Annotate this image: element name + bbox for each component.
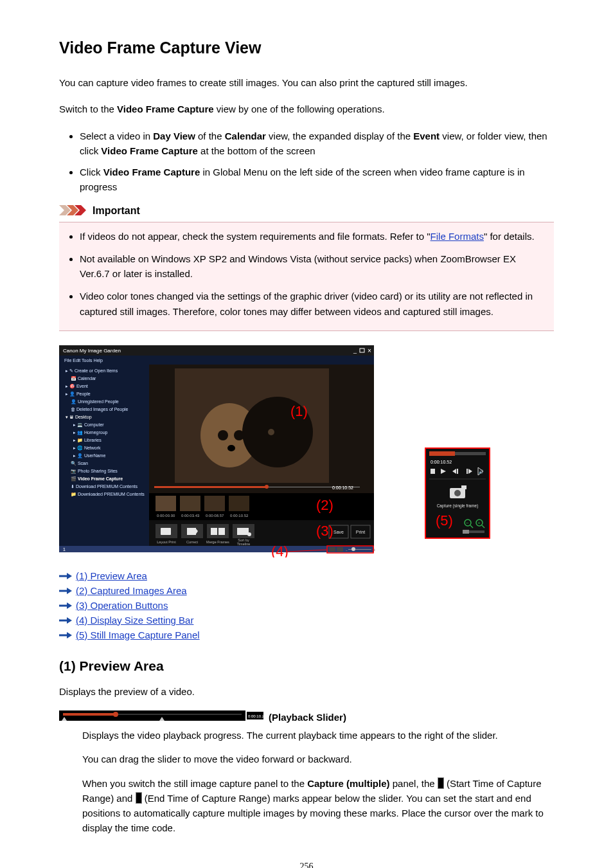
svg-text:File    Edit    Tools    Help: File Edit Tools Help [64, 358, 103, 363]
svg-text:(4): (4) [271, 543, 289, 557]
svg-text:Merge Frames: Merge Frames [206, 540, 229, 544]
svg-rect-64 [187, 528, 196, 535]
list-item: (3) Operation Buttons [59, 600, 554, 611]
svg-rect-91 [457, 469, 458, 474]
svg-text:📅 Calendar: 📅 Calendar [71, 375, 96, 381]
list-item: Select a video in Day View of the Calend… [80, 129, 554, 159]
app-screenshot: Canon My Image Garden _ × File Edit Tool… [59, 345, 554, 557]
end-range-mark-icon [136, 792, 142, 804]
svg-rect-63 [161, 528, 171, 535]
svg-text:🔊: 🔊 [479, 469, 484, 475]
svg-rect-56 [207, 524, 229, 538]
svg-point-41 [265, 485, 269, 489]
section-anchor-list: (1) Preview Area (2) Captured Images Are… [59, 570, 554, 640]
svg-text:(2): (2) [316, 497, 333, 513]
svg-text:Timeline: Timeline [237, 542, 251, 546]
playback-slider-label: (Playback Slider) [269, 712, 346, 723]
list-item: If videos do not appear, check the syste… [80, 229, 545, 244]
svg-rect-75 [337, 547, 343, 552]
svg-point-34 [218, 430, 228, 440]
svg-text:Save: Save [333, 530, 344, 534]
svg-text:Layout Print: Layout Print [157, 540, 176, 544]
svg-text:▸ 👥 Homegroup: ▸ 👥 Homegroup [73, 429, 108, 435]
svg-text:0:00:08.57: 0:00:08.57 [206, 514, 224, 518]
svg-rect-74 [329, 547, 335, 552]
svg-text:0:00:10.52: 0:00:10.52 [332, 485, 353, 490]
anchor-preview-area[interactable]: (1) Preview Area [76, 570, 147, 581]
svg-text:▾ 🖥 Desktop: ▾ 🖥 Desktop [66, 415, 92, 420]
svg-rect-47 [229, 496, 249, 511]
anchor-display-size-setting-bar[interactable]: (4) Display Size Setting Bar [76, 615, 193, 626]
svg-rect-66 [218, 528, 225, 535]
svg-text:📷 Photo Sharing Sites: 📷 Photo Sharing Sites [71, 468, 118, 474]
svg-point-35 [234, 430, 244, 440]
svg-text:⬇ Download PREMIUM Contents: ⬇ Download PREMIUM Contents [71, 484, 138, 489]
svg-rect-122 [63, 713, 116, 716]
svg-text:▸ 📁 Libraries: ▸ 📁 Libraries [73, 437, 102, 443]
svg-text:0:00:00.00: 0:00:00.00 [157, 514, 175, 518]
list-item: Not available on Windows XP SP2 and Wind… [80, 251, 545, 282]
svg-point-98 [454, 490, 461, 496]
arrow-right-icon [59, 630, 72, 639]
svg-point-36 [227, 445, 235, 451]
svg-marker-117 [67, 617, 72, 624]
page-title: Video Frame Capture View [59, 39, 554, 57]
app-title: Canon My Image Garden [63, 348, 121, 354]
arrow-right-icon [59, 586, 72, 595]
svg-text:(3): (3) [316, 523, 333, 539]
svg-text:-: - [346, 547, 348, 553]
intro-paragraph-2: Switch to the Video Frame Capture view b… [59, 102, 554, 116]
svg-text:0:00:10.52: 0:00:10.52 [230, 514, 249, 518]
svg-rect-92 [466, 469, 468, 474]
svg-text:▸ 💻 Computer: ▸ 💻 Computer [73, 422, 104, 428]
svg-rect-86 [429, 451, 455, 456]
svg-text:🗑 Deleted Images of People: 🗑 Deleted Images of People [71, 407, 129, 412]
svg-rect-65 [211, 528, 217, 535]
svg-text:▸ 👤 People: ▸ 👤 People [66, 391, 91, 397]
svg-text:+: + [477, 520, 481, 526]
svg-text:▸ 👤 UserName: ▸ 👤 UserName [73, 453, 105, 458]
svg-rect-109 [463, 530, 469, 534]
arrow-right-icon [59, 615, 72, 624]
important-box: If videos do not appear, check the syste… [59, 222, 554, 331]
svg-text:▸ 🌐 Network: ▸ 🌐 Network [73, 445, 101, 451]
file-formats-link[interactable]: File Formats [431, 231, 484, 242]
svg-text:_: _ [353, 347, 357, 354]
section-1-title: (1) Preview Area [59, 658, 554, 674]
anchor-operation-buttons[interactable]: (3) Operation Buttons [76, 600, 168, 611]
svg-rect-67 [237, 528, 249, 535]
svg-marker-115 [67, 602, 72, 609]
svg-text:Capture (single frame): Capture (single frame) [437, 503, 479, 509]
svg-point-37 [268, 429, 274, 435]
svg-text:🎬 Video Frame Capture: 🎬 Video Frame Capture [71, 476, 123, 482]
svg-marker-113 [67, 588, 72, 594]
list-item: Click Video Frame Capture in Global Menu… [80, 165, 554, 195]
list-item: Video color tones changed via the settin… [80, 289, 545, 319]
svg-text:−: − [466, 520, 469, 526]
svg-text:👤 Unregistered People: 👤 Unregistered People [71, 399, 119, 404]
operation-list: Select a video in Day View of the Calend… [59, 129, 554, 195]
svg-text:×: × [368, 347, 371, 354]
svg-text:(5): (5) [436, 512, 453, 529]
svg-text:0:00:10.52: 0:00:10.52 [431, 460, 452, 464]
intro-paragraph-1: You can capture video frames to create s… [59, 75, 554, 90]
list-item: (4) Display Size Setting Bar [59, 615, 554, 626]
playback-slider-icon: 0:00:10.29 [59, 710, 265, 724]
svg-text:▸ 🎯 Event: ▸ 🎯 Event [66, 383, 88, 389]
svg-marker-119 [67, 632, 72, 638]
svg-rect-40 [154, 486, 267, 488]
svg-rect-99 [461, 485, 466, 489]
playback-slider-heading: 0:00:10.29 (Playback Slider) [59, 710, 554, 724]
list-item: (1) Preview Area [59, 570, 554, 581]
section-1-desc: Displays the preview of a video. [59, 684, 554, 699]
anchor-captured-images-area[interactable]: (2) Captured Images Area [76, 585, 187, 596]
anchor-still-image-capture-panel[interactable]: (5) Still Image Capture Panel [76, 629, 200, 640]
svg-point-123 [113, 712, 118, 717]
svg-text:(1): (1) [290, 403, 308, 419]
important-chevrons-icon [59, 205, 89, 217]
start-range-mark-icon [438, 777, 444, 789]
svg-text:▸ ✎ Create or Open Items: ▸ ✎ Create or Open Items [66, 368, 118, 374]
svg-rect-8 [59, 356, 374, 365]
arrow-right-icon [59, 601, 72, 610]
list-item: (2) Captured Images Area [59, 585, 554, 596]
